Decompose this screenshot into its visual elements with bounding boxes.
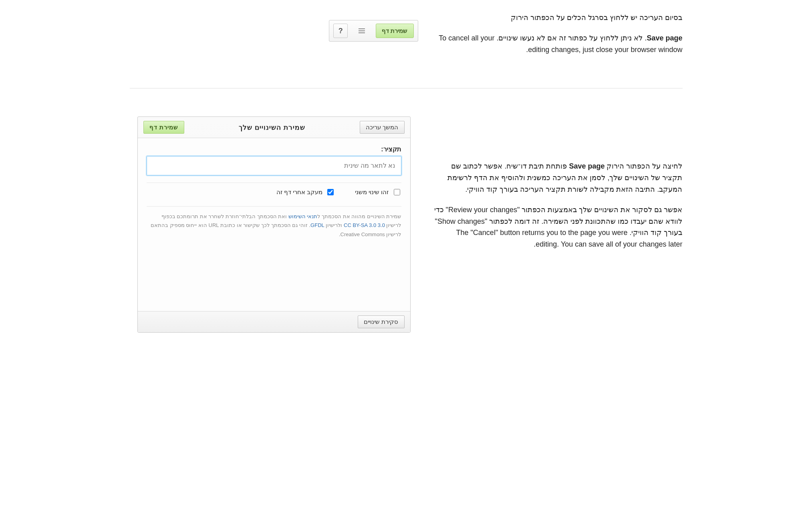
summary-label: תקציר:: [147, 145, 401, 153]
p1-pre: לחיצה על הכפתור הירוק: [604, 162, 682, 170]
review-changes-button[interactable]: סקירת שינויים: [358, 315, 404, 328]
dialog-desc-p1: לחיצה על הכפתור הירוק Save page פותחת תי…: [434, 161, 683, 195]
p1-bold: Save page: [569, 162, 604, 170]
editor-toolbar: ? שמירת דף: [329, 20, 418, 42]
page-root: בסיום העריכה יש ללחוץ בסרגל הכלים על הכפ…: [122, 0, 691, 365]
watch-page-input[interactable]: [327, 189, 334, 195]
text-col-2: לחיצה על הכפתור הירוק Save page פותחת תי…: [434, 116, 683, 259]
dialog-save-button[interactable]: שמירת דף: [143, 121, 184, 134]
watch-page-label: מעקב אחרי דף זה: [276, 189, 323, 196]
continue-editing-button[interactable]: המשך עריכה: [360, 121, 404, 134]
save-page-desc: Save page. לא ניתן ללחוץ על כפתור זה אם …: [434, 32, 683, 56]
intro-line: בסיום העריכה יש ללחוץ בסרגל הכלים על הכפ…: [434, 12, 683, 24]
dialog-body: תקציר: זהו שינוי משני מעקב אחרי דף זה: [138, 138, 410, 311]
row-save-intro: בסיום העריכה יש ללחוץ בסרגל הכלים על הכפ…: [130, 12, 683, 64]
legal-pre: שמירת השינויים מהווה את הסכמתך ל: [317, 213, 401, 219]
toolbar-col: ? שמירת דף: [130, 12, 418, 42]
dialog-desc-p2: אפשר גם לסקור את השינויים שלך באמצעות הכ…: [434, 204, 683, 250]
toolbar-save-button[interactable]: שמירת דף: [376, 24, 413, 38]
save-dialog: המשך עריכה שמירת השינויים שלך שמירת דף ת…: [137, 116, 411, 332]
legal-mid2: ולרישיון: [324, 222, 344, 228]
row-dialog: לחיצה על הכפתור הירוק Save page פותחת תי…: [130, 116, 683, 332]
legal-footnote: שמירת השינויים מהווה את הסכמתך לתנאי השי…: [147, 206, 401, 239]
section-divider: [130, 88, 683, 88]
dialog-title: שמירת השינויים שלך: [184, 123, 360, 132]
watch-page-checkbox[interactable]: מעקב אחרי דף זה: [276, 188, 335, 197]
dialog-col: המשך עריכה שמירת השינויים שלך שמירת דף ת…: [130, 116, 418, 332]
dialog-footer: סקירת שינויים: [138, 311, 410, 332]
menu-button[interactable]: [355, 24, 369, 38]
save-page-rest: . לא ניתן ללחוץ על כפתור זה אם לא נעשו ש…: [439, 34, 682, 54]
minor-edit-label: זהו שינוי משני: [355, 189, 389, 196]
summary-input[interactable]: [147, 156, 401, 175]
dialog-header: המשך עריכה שמירת השינויים שלך שמירת דף: [138, 117, 410, 138]
checkbox-row: זהו שינוי משני מעקב אחרי דף זה: [147, 183, 401, 199]
cc-license-link[interactable]: CC BY-SA 3.0 3.0: [344, 222, 385, 228]
dialog-spacer: [147, 239, 401, 307]
minor-edit-input[interactable]: [394, 189, 400, 195]
gfdl-license-link[interactable]: GFDL: [310, 222, 324, 228]
text-col-1: בסיום העריכה יש ללחוץ בסרגל הכלים על הכפ…: [434, 12, 683, 64]
terms-link[interactable]: תנאי השימוש: [288, 213, 318, 219]
help-icon: ?: [339, 27, 343, 35]
hamburger-icon: [357, 28, 367, 33]
minor-edit-checkbox[interactable]: זהו שינוי משני: [355, 188, 401, 197]
save-page-bold: Save page: [647, 34, 682, 42]
help-button[interactable]: ?: [333, 24, 348, 38]
